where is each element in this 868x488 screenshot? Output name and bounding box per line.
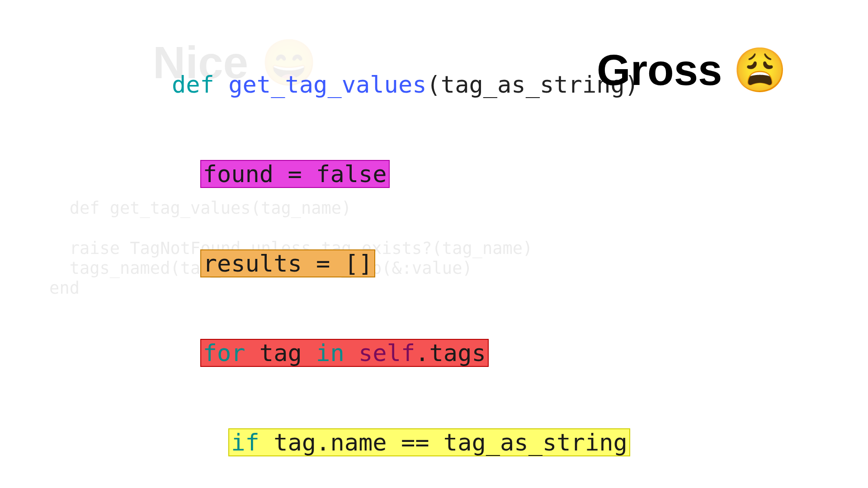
code-line-5: if tag.name == tag_as_string (172, 427, 639, 457)
weary-face-icon: 😩 (733, 48, 787, 92)
hl-results-init: results = [] (200, 249, 376, 277)
title-gross: Gross 😩 (597, 45, 787, 95)
method-name: get_tag_values (228, 71, 426, 98)
code-line-1: def get_tag_values(tag_as_string) (172, 70, 639, 99)
kw-def: def (172, 71, 228, 98)
hl-for-loop: for tag in self.tags (200, 339, 489, 367)
ghost-line-4: end (49, 278, 80, 298)
code-line-4: for tag in self.tags (172, 338, 639, 368)
slide: Nice 😄 def get_tag_values(tag_name) rais… (0, 0, 868, 488)
code-line-3: results = [] (172, 249, 639, 278)
hl-if-name: if tag.name == tag_as_string (228, 428, 630, 456)
code-line-2: found = false (172, 159, 639, 189)
title-text: Gross (597, 45, 722, 95)
code-block: def get_tag_values(tag_as_string) found … (172, 10, 639, 488)
ghost-def: def (70, 198, 110, 218)
hl-found-false: found = false (200, 160, 390, 188)
